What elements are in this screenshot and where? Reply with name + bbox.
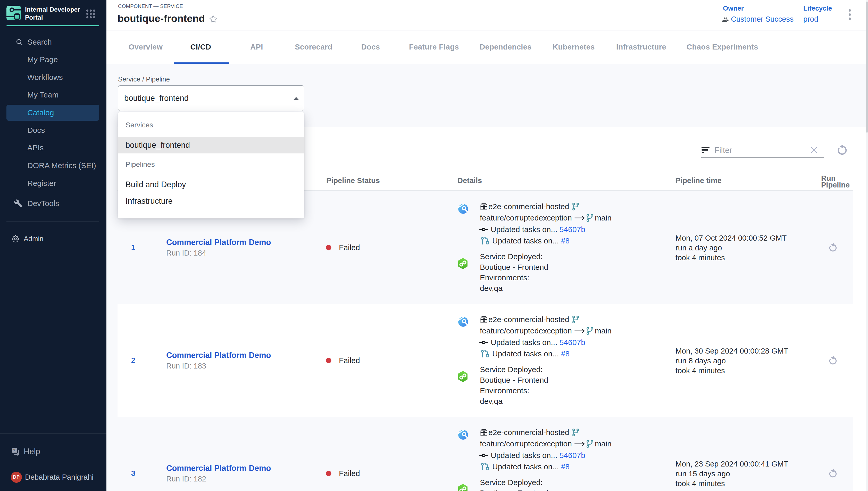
svg-text:?: ? [13, 448, 16, 452]
